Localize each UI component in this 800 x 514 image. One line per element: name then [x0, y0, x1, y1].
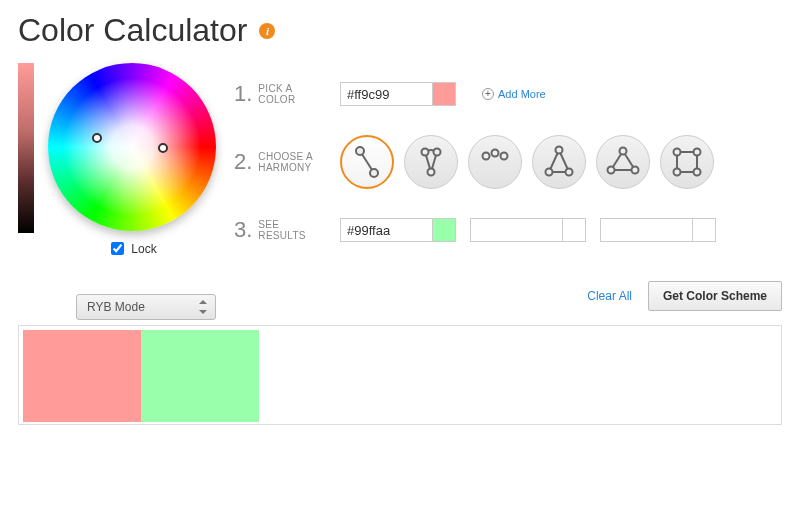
harmony-analogous[interactable] [404, 135, 458, 189]
harmony-triadic-icon [603, 142, 643, 182]
palette-swatch-2[interactable] [141, 330, 259, 422]
clear-all-link[interactable]: Clear All [587, 289, 632, 303]
svg-point-17 [694, 149, 701, 156]
step-3-text: SEE RESULTS [258, 219, 305, 242]
wheel-column: Lock [48, 63, 216, 258]
svg-point-13 [608, 167, 615, 174]
harmony-triadic-dots-icon [475, 142, 515, 182]
step-3-num: 3. [234, 217, 252, 243]
harmony-split-icon [539, 142, 579, 182]
pick-hex-input[interactable] [340, 82, 432, 106]
step-1-label: 1. PICK A COLOR [234, 81, 326, 107]
svg-point-12 [620, 148, 627, 155]
value-strip[interactable] [18, 63, 34, 233]
pick-color-swatch[interactable] [432, 82, 456, 106]
add-more-label: Add More [498, 88, 546, 100]
mode-select[interactable]: RYB Mode [76, 294, 216, 320]
harmony-analogous-icon [411, 142, 451, 182]
result-3-hex[interactable] [600, 218, 692, 242]
lock-checkbox[interactable] [111, 242, 124, 255]
result-2-hex[interactable] [470, 218, 562, 242]
step-2-num: 2. [234, 149, 252, 175]
action-bar: Clear All Get Color Scheme [587, 281, 782, 311]
harmony-triadic-dots[interactable] [468, 135, 522, 189]
results-row [340, 218, 716, 242]
svg-point-5 [428, 169, 435, 176]
palette-swatch-1[interactable] [23, 330, 141, 422]
svg-point-19 [694, 169, 701, 176]
step-1-num: 1. [234, 81, 252, 107]
harmony-tetradic[interactable] [660, 135, 714, 189]
lock-label: Lock [131, 242, 156, 256]
wheel-handle-2[interactable] [158, 143, 168, 153]
harmony-tetradic-icon [667, 142, 707, 182]
right-column: 1. PICK A COLOR + Add More 2. CHOOSE A [234, 63, 782, 269]
harmony-split-complementary[interactable] [532, 135, 586, 189]
result-1-swatch[interactable] [432, 218, 456, 242]
harmony-complementary[interactable] [340, 135, 394, 189]
color-wheel[interactable] [48, 63, 216, 231]
svg-point-16 [674, 149, 681, 156]
step-1-text: PICK A COLOR [258, 83, 295, 106]
step-results: 3. SEE RESULTS [234, 201, 782, 259]
svg-point-9 [556, 147, 563, 154]
add-more-link[interactable]: + Add More [482, 88, 546, 100]
page-title: Color Calculator i [18, 12, 782, 49]
svg-point-3 [422, 149, 429, 156]
svg-point-6 [483, 153, 490, 160]
result-2-swatch[interactable] [562, 218, 586, 242]
step-3-label: 3. SEE RESULTS [234, 217, 326, 243]
plus-icon: + [482, 88, 494, 100]
svg-point-8 [501, 153, 508, 160]
svg-point-11 [566, 169, 573, 176]
get-color-scheme-button[interactable]: Get Color Scheme [648, 281, 782, 311]
title-text: Color Calculator [18, 12, 247, 49]
svg-point-18 [674, 169, 681, 176]
result-1 [340, 218, 456, 242]
lock-toggle[interactable]: Lock [107, 239, 156, 258]
result-3 [600, 218, 716, 242]
pick-color-group [340, 82, 456, 106]
palette-panel [18, 325, 782, 425]
result-3-swatch[interactable] [692, 218, 716, 242]
svg-point-2 [370, 169, 378, 177]
result-2 [470, 218, 586, 242]
harmony-options [340, 135, 714, 189]
harmony-triadic[interactable] [596, 135, 650, 189]
step-harmony: 2. CHOOSE A HARMONY [234, 133, 782, 191]
info-icon[interactable]: i [259, 23, 275, 39]
harmony-complementary-icon [347, 142, 387, 182]
svg-point-10 [546, 169, 553, 176]
svg-point-14 [632, 167, 639, 174]
svg-point-1 [356, 147, 364, 155]
step-2-text: CHOOSE A HARMONY [258, 151, 313, 174]
left-column: Lock [18, 63, 216, 269]
mode-select-label: RYB Mode [87, 300, 145, 314]
step-2-label: 2. CHOOSE A HARMONY [234, 149, 326, 175]
wheel-handle-1[interactable] [92, 133, 102, 143]
svg-point-7 [492, 150, 499, 157]
top-area: Lock 1. PICK A COLOR + Add More [18, 63, 782, 269]
step-pick-color: 1. PICK A COLOR + Add More [234, 65, 782, 123]
svg-point-4 [434, 149, 441, 156]
result-1-hex[interactable] [340, 218, 432, 242]
